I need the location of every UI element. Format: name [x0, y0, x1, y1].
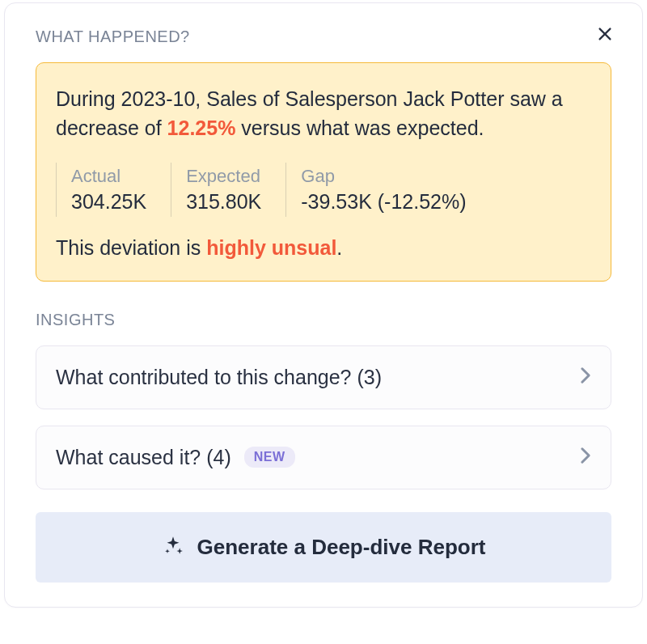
summary-percent: 12.25%: [167, 117, 236, 139]
stat-actual: Actual 304.25K: [56, 163, 171, 217]
what-happened-panel: WHAT HAPPENED? During 2023-10, Sales of …: [4, 2, 643, 608]
summary-box: During 2023-10, Sales of Salesperson Jac…: [36, 62, 611, 282]
stat-expected: Expected 315.80K: [171, 163, 285, 217]
insight-title: What caused it? (4): [56, 446, 231, 469]
section-label-what-happened: WHAT HAPPENED?: [36, 28, 190, 46]
new-badge: NEW: [244, 447, 295, 468]
summary-text-post: versus what was expected.: [235, 117, 484, 139]
deep-dive-label: Generate a Deep-dive Report: [197, 535, 486, 560]
insight-title: What contributed to this change? (3): [56, 366, 382, 389]
deviation-sentence: This deviation is highly unsual.: [56, 236, 591, 260]
insight-left: What contributed to this change? (3): [56, 366, 382, 389]
generate-deep-dive-button[interactable]: Generate a Deep-dive Report: [36, 512, 611, 583]
insight-caused[interactable]: What caused it? (4) NEW: [36, 426, 611, 489]
close-button[interactable]: [594, 23, 616, 45]
stat-actual-value: 304.25K: [71, 190, 146, 214]
chevron-right-icon: [580, 366, 591, 388]
summary-sentence: During 2023-10, Sales of Salesperson Jac…: [56, 84, 591, 143]
deviation-pre: This deviation is: [56, 236, 206, 259]
deviation-post: .: [336, 236, 342, 259]
insight-left: What caused it? (4) NEW: [56, 446, 295, 469]
chevron-right-icon: [580, 447, 591, 468]
close-icon: [596, 25, 614, 43]
stat-gap: Gap -39.53K (-12.52%): [285, 163, 490, 217]
stat-gap-label: Gap: [301, 166, 466, 187]
section-label-insights: INSIGHTS: [36, 311, 611, 329]
stats-row: Actual 304.25K Expected 315.80K Gap -39.…: [56, 163, 591, 217]
deviation-highlight: highly unsual: [206, 236, 336, 259]
stat-gap-value: -39.53K (-12.52%): [301, 190, 466, 214]
sparkle-icon: [162, 535, 184, 560]
insight-contributed[interactable]: What contributed to this change? (3): [36, 345, 611, 409]
stat-expected-label: Expected: [186, 166, 261, 187]
stat-actual-label: Actual: [71, 166, 146, 187]
stat-expected-value: 315.80K: [186, 190, 261, 214]
panel-header: WHAT HAPPENED?: [36, 28, 611, 46]
